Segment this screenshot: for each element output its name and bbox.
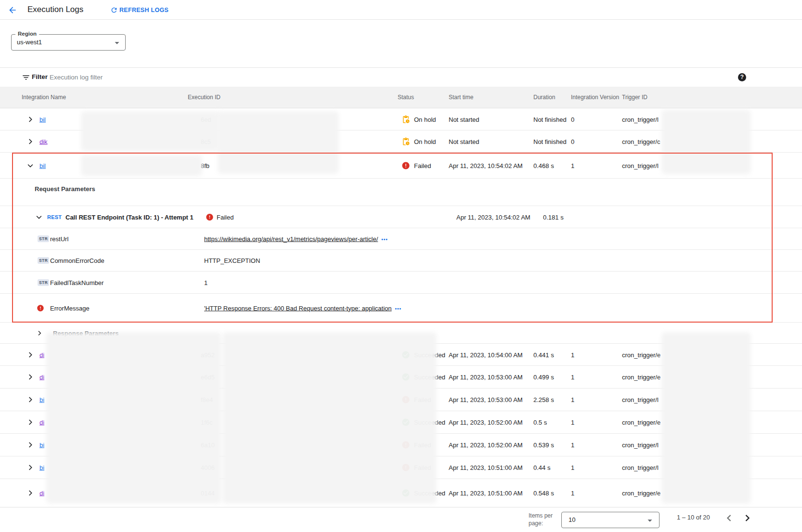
parameter-row: STR CommonErrorCode HTTP_EXCEPTION (0, 250, 802, 272)
integration-name-link[interactable]: di (39, 419, 44, 426)
table-row[interactable]: bi 4006 Failed Apr 11, 2023, 10:51:00 AM… (0, 456, 802, 479)
more-ellipsis-icon[interactable]: ••• (381, 237, 388, 242)
response-parameters-section[interactable]: Response Parameters (0, 323, 802, 344)
task-duration: 0.181 s (543, 213, 564, 221)
integration-name-link[interactable]: bil (39, 162, 46, 169)
duration: 0.441 s (533, 351, 554, 358)
col-trigger-id: Trigger ID (622, 94, 647, 101)
table-row-expanded[interactable]: bil 8fb Failed Apr 11, 2023, 10:54:02 AM… (0, 153, 802, 179)
parameter-value: HTTP_EXCEPTION (204, 257, 260, 264)
task-row[interactable]: REST Call REST Endpoint (Task ID: 1) - A… (0, 206, 802, 228)
table-row[interactable]: di a952 Succeeded Apr 11, 2023, 10:54:00… (0, 344, 802, 366)
table-row[interactable]: bil 6ed On hold Not started Not finished… (0, 108, 802, 130)
items-per-page-label: Items per page: (529, 512, 558, 527)
table-row[interactable]: di 0144 Succeeded Apr 11, 2023, 10:51:00… (0, 479, 802, 507)
table-body: bil 6ed On hold Not started Not finished… (0, 108, 802, 507)
col-execution-id: Execution ID (188, 94, 220, 101)
col-status: Status (398, 94, 414, 101)
table-row[interactable]: bi f8e4 Failed Apr 11, 2023, 10:53:00 AM… (0, 389, 802, 411)
expand-chevron-icon[interactable] (26, 489, 35, 497)
trigger-id: cron_trigger/l (622, 464, 659, 471)
expand-chevron-icon[interactable] (26, 441, 35, 449)
col-integration-version: Integration Version (571, 94, 619, 101)
table-row[interactable]: di e6d5 Succeeded Apr 11, 2023, 10:53:00… (0, 366, 802, 389)
expand-chevron-icon[interactable] (36, 329, 43, 337)
status-text: Succeeded (414, 374, 445, 381)
status-text: Succeeded (414, 490, 445, 497)
on-hold-icon (401, 137, 410, 146)
parameter-row: STR FailedlTaskNumber 1 (0, 272, 802, 294)
table-row[interactable]: di 1f6c Succeeded Apr 11, 2023, 10:52:00… (0, 411, 802, 434)
refresh-logs-button[interactable]: REFRESH LOGS (110, 5, 168, 15)
duration: 0.44 s (533, 464, 550, 471)
expand-chevron-icon[interactable] (26, 115, 35, 124)
table-row[interactable]: dik 8c5 On hold Not started Not finished… (0, 130, 802, 153)
expand-chevron-icon[interactable] (26, 418, 35, 427)
parameter-name: ErrorMessage (50, 304, 90, 311)
expand-chevron-icon[interactable] (26, 373, 35, 381)
start-time: Apr 11, 2023, 10:53:00 AM (449, 396, 523, 403)
parameter-name: restUrl (50, 235, 68, 243)
integration-name-link[interactable]: bil (39, 116, 46, 123)
parameter-row: STR restUrl https://wikimedia.org/api/re… (0, 228, 802, 250)
items-per-page-value: 10 (569, 516, 575, 523)
integration-name-link[interactable]: dik (39, 138, 48, 145)
parameter-value-link[interactable]: https://wikimedia.org/api/rest_v1/metric… (204, 235, 378, 243)
trigger-id: cron_trigger/l (622, 116, 659, 123)
collapse-chevron-icon[interactable] (26, 161, 35, 170)
start-time: Apr 11, 2023, 10:54:02 AM (449, 162, 523, 169)
region-value: us-west1 (17, 39, 42, 46)
filter-input[interactable]: Execution log filter (50, 74, 103, 81)
duration: 0.548 s (533, 490, 554, 497)
trigger-id: cron_trigger/l (622, 396, 659, 403)
task-title: Call REST Endpoint (Task ID: 1) - Attemp… (65, 213, 194, 221)
filter-bar: Filter Execution log filter ? (0, 67, 802, 87)
previous-page-icon[interactable] (724, 512, 735, 524)
integration-name-link[interactable]: di (39, 374, 44, 381)
pagination-bar: Items per page: 10 1 – 10 of 20 (0, 507, 802, 532)
expand-chevron-icon[interactable] (26, 463, 35, 472)
integration-name-link[interactable]: bi (39, 396, 44, 403)
items-per-page-select[interactable]: 10 (561, 512, 660, 528)
duration: 0.539 s (533, 441, 554, 449)
execution-logs-page: Execution Logs REFRESH LOGS Region us-we… (0, 0, 802, 532)
error-icon (37, 304, 44, 312)
trigger-id: cron_trigger/e (622, 351, 660, 358)
execution-id: 6a10 (201, 441, 215, 449)
back-arrow-icon[interactable] (8, 5, 17, 15)
next-page-icon[interactable] (741, 512, 753, 524)
duration: 0.499 s (533, 374, 554, 381)
integration-name-link[interactable]: bi (39, 464, 44, 471)
filter-label: Filter (32, 73, 48, 80)
refresh-logs-label: REFRESH LOGS (119, 7, 168, 13)
integration-version: 1 (571, 441, 574, 449)
more-ellipsis-icon[interactable]: ••• (395, 306, 402, 311)
integration-name-link[interactable]: di (39, 351, 44, 358)
collapse-chevron-icon[interactable] (35, 213, 43, 221)
start-time: Not started (449, 138, 479, 145)
string-type-badge: STR (38, 279, 49, 286)
integration-name-link[interactable]: bi (39, 441, 44, 449)
help-icon[interactable]: ? (738, 73, 746, 81)
expand-chevron-icon[interactable] (26, 350, 35, 359)
parameter-value-link[interactable]: 'HTTP Response Errors: 400 Bad Request c… (204, 304, 392, 311)
integration-name-link[interactable]: di (39, 490, 44, 497)
execution-id: f8e4 (201, 396, 213, 403)
region-select[interactable]: Region us-west1 (11, 34, 126, 51)
table-row[interactable]: bi 6a10 Failed Apr 11, 2023, 10:52:00 AM… (0, 434, 802, 456)
parameter-name: FailedlTaskNumber (50, 279, 103, 286)
start-time: Apr 11, 2023, 10:52:00 AM (449, 419, 523, 426)
app-bar: Execution Logs REFRESH LOGS (0, 0, 802, 20)
integration-version: 1 (571, 374, 574, 381)
expand-chevron-icon[interactable] (26, 395, 35, 404)
start-time: Apr 11, 2023, 10:54:00 AM (449, 351, 523, 358)
task-status: Failed (217, 213, 233, 221)
status-text: Failed (414, 464, 431, 471)
duration: 2.258 s (533, 396, 554, 403)
succeeded-icon (401, 489, 410, 497)
expand-chevron-icon[interactable] (26, 137, 35, 146)
start-time: Not started (449, 116, 479, 123)
status-text: Succeeded (414, 419, 445, 426)
status-text: Failed (414, 441, 431, 449)
table-header: Integration Name Execution ID Status Sta… (0, 87, 802, 108)
